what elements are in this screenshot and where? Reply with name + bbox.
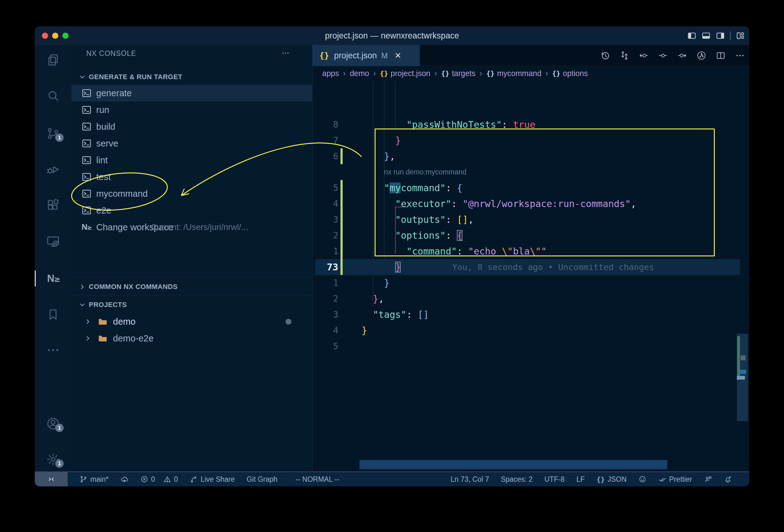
minimize-window-button[interactable] xyxy=(52,33,58,39)
toolbar-compare-button[interactable] xyxy=(619,51,629,60)
branch-icon xyxy=(80,475,87,483)
matching-bracket: } xyxy=(395,262,401,273)
sidebar-item-lint[interactable]: lint xyxy=(72,152,312,169)
toggle-layout-bottom-button[interactable] xyxy=(701,31,711,40)
status-eol[interactable]: LF xyxy=(576,475,585,483)
toolbar-history-button[interactable] xyxy=(600,51,610,60)
status-prettier[interactable]: Prettier xyxy=(658,475,692,483)
json-file-icon: {} xyxy=(319,51,329,60)
toolbar-commit-cur-button[interactable] xyxy=(658,51,668,60)
code-line: 1 } xyxy=(312,275,749,291)
toggle-layout-left-button[interactable] xyxy=(687,31,697,40)
breadcrumb-label: project.json xyxy=(391,69,430,78)
breadcrumb-demo[interactable]: demo xyxy=(350,69,369,78)
toolbar-split-button[interactable] xyxy=(716,51,726,60)
line-number: 6 xyxy=(319,148,338,164)
sidebar-title: NX CONSOLE xyxy=(86,49,136,58)
customize-layout-button[interactable] xyxy=(735,31,745,40)
status-live-share[interactable]: Live Share xyxy=(190,475,235,483)
activity-search[interactable] xyxy=(35,87,72,105)
check-double-icon xyxy=(658,475,666,483)
extensions-icon xyxy=(46,198,60,213)
sidebar-more-actions-button[interactable] xyxy=(281,49,290,57)
codelens-run-command[interactable]: nx run demo:mycommand xyxy=(384,164,467,180)
terminal-icon xyxy=(81,138,92,149)
project-item-demo[interactable]: demo xyxy=(72,313,312,330)
toolbar-git-graph-button[interactable] xyxy=(697,51,706,60)
code-line: 4 "executor": "@nrwl/workspace:run-comma… xyxy=(312,196,749,212)
item-label: generate xyxy=(96,88,132,99)
breadcrumb-separator: › xyxy=(373,68,376,78)
activity-more-views[interactable] xyxy=(35,341,72,359)
code-area[interactable]: 8 "passWithNoTests": true7 }6 },nx run d… xyxy=(312,80,749,472)
breadcrumb-mycommand[interactable]: {}mycommand xyxy=(486,69,541,78)
activity-source-control[interactable]: 1 xyxy=(35,124,72,143)
breadcrumb-options[interactable]: {}options xyxy=(552,69,588,78)
status-git-branch[interactable]: main* xyxy=(80,475,109,483)
status-vim-mode[interactable]: -- NORMAL -- xyxy=(296,475,339,483)
status-feedback[interactable] xyxy=(639,475,646,483)
activity-extensions[interactable] xyxy=(35,196,72,215)
toggle-layout-right-button[interactable] xyxy=(716,31,725,40)
vertical-scrollbar[interactable] xyxy=(737,334,748,421)
status-cursor-position[interactable]: Ln 73, Col 7 xyxy=(451,475,489,483)
sidebar-item-build[interactable]: build xyxy=(72,118,312,135)
titlebar: project.json — newnxreactwrkspace xyxy=(35,26,749,45)
code-line: 3 "tags": [] xyxy=(312,307,749,323)
folder-icon xyxy=(97,316,108,327)
status-problems[interactable]: 00 xyxy=(140,475,178,483)
history-icon xyxy=(600,51,610,60)
breadcrumb-separator: › xyxy=(479,68,482,78)
breadcrumb-project.json[interactable]: {}project.json xyxy=(380,69,430,78)
sidebar-item-mycommand[interactable]: mycommand xyxy=(72,185,312,202)
terminal-icon xyxy=(81,88,92,99)
breadcrumb-targets[interactable]: {}targets xyxy=(441,69,475,78)
sidebar-item-e2e[interactable]: e2e xyxy=(72,202,312,219)
gutter-change-indicator xyxy=(340,180,343,196)
titlebar-layout-controls xyxy=(687,26,745,45)
close-window-button[interactable] xyxy=(42,33,48,39)
status-indentation[interactable]: Spaces: 2 xyxy=(501,475,533,483)
status-bar: main*00Live ShareGit Graph-- NORMAL -- L… xyxy=(35,472,749,486)
activity-bookmarks[interactable] xyxy=(35,305,72,324)
sidebar-item-serve[interactable]: serve xyxy=(72,135,312,152)
activity-explorer[interactable] xyxy=(35,51,72,69)
maximize-window-button[interactable] xyxy=(62,33,68,39)
status-git-graph[interactable]: Git Graph xyxy=(247,475,278,483)
bookmark-icon xyxy=(46,307,60,321)
horizontal-scrollbar[interactable] xyxy=(359,460,667,469)
activity-nx-console[interactable]: N≥ xyxy=(35,269,72,288)
code-text: "mycommand": { xyxy=(362,180,463,196)
layout-grid-icon xyxy=(735,31,745,40)
status-notifications[interactable] xyxy=(724,475,732,483)
section-projects[interactable]: PROJECTS xyxy=(72,300,312,309)
toolbar-commit-prev-button[interactable] xyxy=(639,51,649,60)
code-line: 5 xyxy=(312,338,749,354)
breadcrumb-apps[interactable]: apps xyxy=(322,69,339,78)
json-braces-icon: {} xyxy=(596,476,605,483)
toolbar-commit-next-button[interactable] xyxy=(677,51,687,60)
status-sync[interactable] xyxy=(120,475,129,483)
terminal-icon xyxy=(81,155,92,165)
sidebar-item-test[interactable]: test xyxy=(72,169,312,185)
status-live-share-contact[interactable] xyxy=(704,475,712,483)
activity-remote-explorer[interactable] xyxy=(35,232,72,251)
sidebar-item-run[interactable]: run xyxy=(72,102,312,118)
tab-close-icon[interactable]: ✕ xyxy=(394,51,401,60)
sidebar-item-generate[interactable]: generate xyxy=(72,85,312,102)
tab-project-json[interactable]: {} project.json M ✕ xyxy=(312,45,420,66)
status-remote-indicator[interactable] xyxy=(35,472,68,486)
activity-run-debug[interactable] xyxy=(35,160,72,179)
more-icon xyxy=(281,49,290,57)
line-number: 1 xyxy=(319,275,338,291)
status-language-mode[interactable]: {}JSON xyxy=(596,475,627,483)
activity-accounts[interactable]: 1 xyxy=(35,414,72,433)
sidebar-item-change-workspace[interactable]: N≥Change workspaceCurrent: /Users/juri/n… xyxy=(72,219,312,235)
project-item-demo-e2e[interactable]: demo-e2e xyxy=(72,330,312,347)
section-common-nx-commands[interactable]: COMMON NX COMMANDS xyxy=(72,282,312,291)
status-encoding[interactable]: UTF-8 xyxy=(544,475,565,483)
chevron-right-icon xyxy=(84,334,92,342)
section-generate-run-target[interactable]: GENERATE & RUN TARGET xyxy=(72,72,312,82)
activity-settings[interactable]: 1 xyxy=(35,450,72,469)
toolbar-more-button[interactable] xyxy=(735,51,745,60)
